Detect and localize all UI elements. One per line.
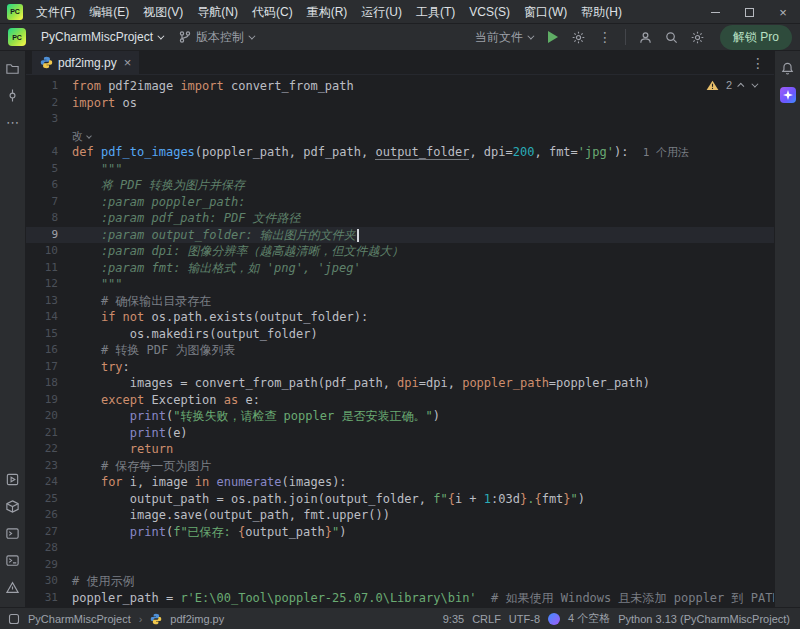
menu-item[interactable]: 运行(U) bbox=[354, 0, 409, 24]
code-line[interactable]: 8 :param pdf_path: PDF 文件路径 bbox=[26, 210, 774, 227]
line-number[interactable]: 13 bbox=[26, 293, 72, 310]
ai-assistant-status-icon[interactable] bbox=[548, 613, 560, 625]
line-number[interactable]: 3 bbox=[26, 111, 72, 128]
inspections-widget[interactable]: 2 bbox=[706, 79, 756, 91]
menu-item[interactable]: 视图(V) bbox=[136, 0, 190, 24]
line-number[interactable]: 4 bbox=[26, 144, 72, 161]
line-number[interactable]: 9 bbox=[26, 227, 72, 244]
code-line[interactable]: 6 将 PDF 转换为图片并保存 bbox=[26, 177, 774, 194]
unlock-pro-button[interactable]: 解锁 Pro bbox=[720, 25, 792, 50]
menu-item[interactable]: 文件(F) bbox=[29, 0, 82, 24]
line-number[interactable]: 24 bbox=[26, 474, 72, 491]
code-line[interactable]: 14 if not os.path.exists(output_folder): bbox=[26, 309, 774, 326]
line-number[interactable]: 17 bbox=[26, 359, 72, 376]
line-number[interactable]: 30 bbox=[26, 573, 72, 590]
tab-pdf2img[interactable]: pdf2img.py × bbox=[32, 51, 139, 74]
line-number[interactable]: 12 bbox=[26, 276, 72, 293]
code-line[interactable]: 13 # 确保输出目录存在 bbox=[26, 293, 774, 310]
code-line[interactable]: 31poppler_path = r'E:\00_Tool\poppler-25… bbox=[26, 590, 774, 607]
code-line[interactable]: 9 :param output_folder: 输出图片的文件夹 bbox=[26, 227, 774, 244]
breadcrumb-file[interactable]: pdf2img.py bbox=[170, 613, 224, 625]
line-number[interactable]: 21 bbox=[26, 425, 72, 442]
code-line[interactable]: 7 :param poppler_path: bbox=[26, 194, 774, 211]
menu-item[interactable]: 窗口(W) bbox=[517, 0, 574, 24]
line-number[interactable]: 2 bbox=[26, 95, 72, 112]
code-line[interactable]: 12 """ bbox=[26, 276, 774, 293]
line-number[interactable]: 29 bbox=[26, 557, 72, 574]
code-line[interactable]: 22 return bbox=[26, 441, 774, 458]
minimize-button[interactable] bbox=[698, 0, 732, 24]
line-number[interactable]: 27 bbox=[26, 524, 72, 541]
menu-item[interactable]: 工具(T) bbox=[409, 0, 462, 24]
line-number[interactable]: 16 bbox=[26, 342, 72, 359]
code-line[interactable]: 28 bbox=[26, 540, 774, 557]
prev-problem-icon[interactable] bbox=[737, 82, 744, 89]
line-number[interactable]: 19 bbox=[26, 392, 72, 409]
code-line[interactable]: 15 os.makedirs(output_folder) bbox=[26, 326, 774, 343]
settings-gear-icon[interactable] bbox=[686, 26, 710, 48]
account-icon[interactable] bbox=[634, 26, 658, 48]
menu-item[interactable]: 重构(R) bbox=[300, 0, 355, 24]
project-tool-window-button[interactable] bbox=[1, 56, 25, 80]
code-line[interactable]: 24 for i, image in enumerate(images): bbox=[26, 474, 774, 491]
code-line[interactable]: 1from pdf2image import convert_from_path bbox=[26, 78, 774, 95]
menu-item[interactable]: 导航(N) bbox=[190, 0, 245, 24]
more-tool-windows-button[interactable]: ⋯ bbox=[1, 110, 25, 134]
code-line[interactable]: 2import os bbox=[26, 95, 774, 112]
code-editor[interactable]: 2 1from pdf2image import convert_from_pa… bbox=[26, 75, 774, 607]
code-line[interactable]: 18 images = convert_from_path(pdf_path, … bbox=[26, 375, 774, 392]
code-line[interactable]: 3 bbox=[26, 111, 774, 128]
code-line[interactable]: 11 :param fmt: 输出格式，如 'png', 'jpeg' bbox=[26, 260, 774, 277]
run-button[interactable] bbox=[541, 26, 565, 48]
line-number[interactable]: 31 bbox=[26, 590, 72, 607]
code-line[interactable]: 16 # 转换 PDF 为图像列表 bbox=[26, 342, 774, 359]
menu-item[interactable]: 编辑(E) bbox=[82, 0, 136, 24]
code-line[interactable]: 21 print(e) bbox=[26, 425, 774, 442]
line-number[interactable]: 1 bbox=[26, 78, 72, 95]
editor-options-icon[interactable]: ⋮ bbox=[746, 52, 770, 74]
indent-widget[interactable]: 4 个空格 bbox=[568, 611, 610, 626]
line-number[interactable]: 6 bbox=[26, 177, 72, 194]
line-number[interactable]: 20 bbox=[26, 408, 72, 425]
code-line[interactable]: 23 # 保存每一页为图片 bbox=[26, 458, 774, 475]
line-number[interactable] bbox=[26, 128, 72, 145]
more-actions-icon[interactable]: ⋮ bbox=[593, 26, 617, 48]
line-number[interactable]: 7 bbox=[26, 194, 72, 211]
code-line[interactable]: 26 image.save(output_path, fmt.upper()) bbox=[26, 507, 774, 524]
search-icon[interactable] bbox=[660, 26, 684, 48]
commit-tool-window-button[interactable] bbox=[1, 83, 25, 107]
code-line[interactable]: 10 :param dpi: 图像分辨率（越高越清晰，但文件越大） bbox=[26, 243, 774, 260]
code-line[interactable]: 5 """ bbox=[26, 161, 774, 178]
more-run-options-button[interactable] bbox=[567, 26, 591, 48]
problems-tool-window-button[interactable] bbox=[1, 575, 25, 599]
line-number[interactable]: 14 bbox=[26, 309, 72, 326]
tab-close-icon[interactable]: × bbox=[124, 55, 132, 70]
line-number[interactable]: 28 bbox=[26, 540, 72, 557]
menu-item[interactable]: 帮助(H) bbox=[574, 0, 629, 24]
code-line[interactable]: 27 print(f"已保存: {output_path}") bbox=[26, 524, 774, 541]
line-number[interactable]: 10 bbox=[26, 243, 72, 260]
code-line[interactable]: 29 bbox=[26, 557, 774, 574]
code-line[interactable]: 25 output_path = os.path.join(output_fol… bbox=[26, 491, 774, 508]
encoding-widget[interactable]: UTF-8 bbox=[509, 613, 540, 625]
python-packages-tool-window-button[interactable] bbox=[1, 494, 25, 518]
line-number[interactable]: 26 bbox=[26, 507, 72, 524]
terminal-tool-window-button[interactable] bbox=[1, 548, 25, 572]
close-button[interactable]: × bbox=[766, 0, 800, 24]
line-number[interactable]: 11 bbox=[26, 260, 72, 277]
project-selector[interactable]: PyCharmMiscProject bbox=[34, 27, 169, 47]
code-line[interactable]: 20 print("转换失败，请检查 poppler 是否安装正确。") bbox=[26, 408, 774, 425]
ai-assistant-tool-window-button[interactable] bbox=[776, 83, 800, 107]
code-line[interactable]: 19 except Exception as e: bbox=[26, 392, 774, 409]
interpreter-widget[interactable]: Python 3.13 (PyCharmMiscProject) bbox=[618, 613, 790, 625]
line-number[interactable]: 23 bbox=[26, 458, 72, 475]
code-vision-inlay-row[interactable]: 改 bbox=[26, 128, 774, 145]
services-tool-window-button[interactable] bbox=[1, 467, 25, 491]
cursor-position[interactable]: 9:35 bbox=[443, 613, 464, 625]
line-separator-widget[interactable]: CRLF bbox=[472, 613, 501, 625]
menu-item[interactable]: 代码(C) bbox=[245, 0, 300, 24]
notifications-tool-window-button[interactable] bbox=[776, 56, 800, 80]
code-line[interactable]: 17 try: bbox=[26, 359, 774, 376]
python-console-tool-window-button[interactable] bbox=[1, 521, 25, 545]
code-line[interactable]: 30# 使用示例 bbox=[26, 573, 774, 590]
